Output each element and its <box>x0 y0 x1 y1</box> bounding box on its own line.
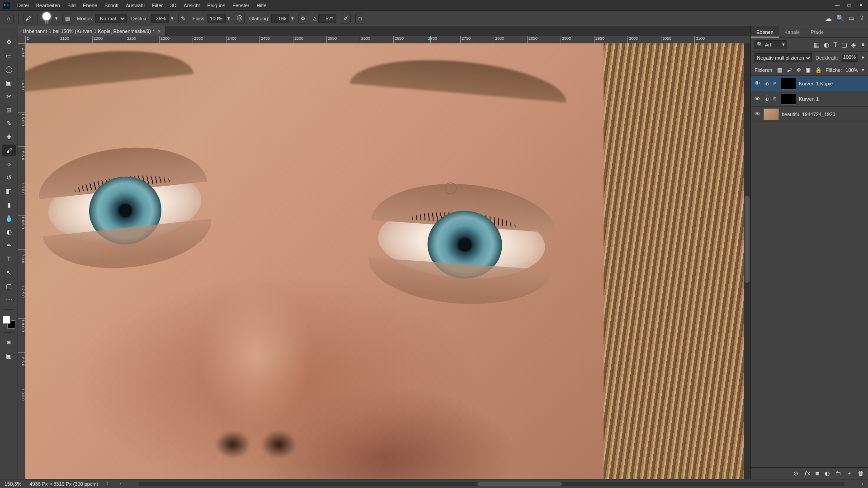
brush-tool-icon[interactable]: 🖌 <box>2 145 16 156</box>
filter-adjust-icon[interactable]: ◐ <box>824 41 829 48</box>
scroll-left-icon[interactable]: ‹ <box>119 481 121 487</box>
type-tool-icon[interactable]: T <box>2 253 16 265</box>
home-icon[interactable]: ⌂ <box>4 14 14 23</box>
add-mask-icon[interactable]: ◙ <box>816 470 819 477</box>
filter-shape-icon[interactable]: ▢ <box>841 41 847 48</box>
ruler-origin[interactable] <box>18 36 25 43</box>
lock-transparency-icon[interactable]: ▦ <box>777 67 782 73</box>
layer-opacity-field[interactable]: 100% <box>842 54 858 62</box>
close-icon[interactable]: × <box>158 26 161 36</box>
move-tool-icon[interactable]: ✥ <box>2 36 16 48</box>
filter-smart-icon[interactable]: ◈ <box>851 41 856 48</box>
scroll-right-icon[interactable]: › <box>862 481 863 487</box>
angle-field[interactable]: 52° <box>318 14 336 23</box>
window-maximize-icon[interactable]: ▭ <box>846 2 852 8</box>
vertical-scrollbar[interactable] <box>744 43 750 479</box>
path-select-tool-icon[interactable]: ↖ <box>2 267 16 278</box>
layer-row[interactable]: 👁 beautiful-1944724_1920 <box>751 107 868 122</box>
window-close-icon[interactable]: ✕ <box>858 2 863 8</box>
layer-row[interactable]: 👁◐ ⎘ Kurven 1 <box>751 91 868 107</box>
flow-field[interactable]: 100% <box>208 14 226 23</box>
layer-fx-icon[interactable]: ƒx <box>804 470 810 477</box>
menu-bild[interactable]: Bild <box>64 0 79 11</box>
lasso-tool-icon[interactable]: ◯ <box>2 63 16 75</box>
tab-kanaele[interactable]: Kanäle <box>779 26 805 38</box>
smoothing-field[interactable]: 0% <box>271 14 289 23</box>
airbrush-icon[interactable]: ⓐ <box>235 14 245 23</box>
chevron-down-icon[interactable]: ▾ <box>227 15 230 21</box>
menu-auswahl[interactable]: Auswahl <box>122 0 148 11</box>
pen-tool-icon[interactable]: ✒ <box>2 239 16 251</box>
layer-name[interactable]: beautiful-1944724_1920 <box>782 112 865 117</box>
delete-layer-icon[interactable]: 🗑 <box>858 470 863 477</box>
symmetry-icon[interactable]: ⎅ <box>355 14 365 23</box>
more-tools-icon[interactable]: ⋯ <box>2 294 16 305</box>
eyedropper-tool-icon[interactable]: ✎ <box>2 117 16 129</box>
layer-thumbnail[interactable] <box>781 78 796 89</box>
chevron-down-icon[interactable]: ▾ <box>862 55 864 61</box>
brush-panel-icon[interactable]: ▨ <box>62 14 72 23</box>
menu-filter[interactable]: Filter <box>148 0 166 11</box>
fill-field[interactable]: 100% <box>845 67 858 73</box>
lock-artboard-icon[interactable]: ▣ <box>806 67 811 73</box>
gear-icon[interactable]: ⚙ <box>298 14 308 23</box>
eraser-tool-icon[interactable]: ◧ <box>2 185 16 197</box>
pressure-opacity-icon[interactable]: ✎ <box>178 14 188 23</box>
chevron-down-icon[interactable]: ▾ <box>291 15 294 21</box>
layer-thumbnail[interactable] <box>781 93 796 105</box>
info-dropdown-icon[interactable]: 〉 <box>106 480 111 487</box>
screenmode-icon[interactable]: ▣ <box>2 350 16 361</box>
filter-type-icon[interactable]: T <box>833 41 837 48</box>
angle-icon[interactable]: △ <box>313 15 316 21</box>
frame-tool-icon[interactable]: ⊞ <box>2 104 16 116</box>
new-group-icon[interactable]: 🗀 <box>835 470 841 477</box>
blend-mode-select[interactable]: Normal <box>95 14 127 23</box>
new-layer-icon[interactable]: ＋ <box>846 469 852 478</box>
vertical-ruler[interactable]: 1 4 0 01 4 5 01 5 0 01 5 5 01 6 0 01 6 5… <box>18 43 25 479</box>
visibility-icon[interactable]: 👁 <box>754 111 761 117</box>
menu-plugins[interactable]: Plug-ins <box>203 0 229 11</box>
dodge-tool-icon[interactable]: ◐ <box>2 226 16 238</box>
menu-hilfe[interactable]: Hilfe <box>253 0 270 11</box>
menu-fenster[interactable]: Fenster <box>229 0 253 11</box>
chevron-down-icon[interactable]: ▾ <box>55 15 58 21</box>
layer-blend-mode-select[interactable]: Negativ multiplizieren <box>755 53 812 62</box>
link-layers-icon[interactable]: ⊘ <box>793 470 798 477</box>
lock-position-icon[interactable]: ✥ <box>797 67 801 73</box>
menu-bearbeiten[interactable]: Bearbeiten <box>33 0 64 11</box>
layer-filter-select[interactable]: 🔍 Art ▾ <box>755 40 787 49</box>
horizontal-scrollbar[interactable] <box>138 482 844 486</box>
foreground-color-swatch[interactable] <box>3 316 11 324</box>
search-icon[interactable]: 🔍 <box>836 14 844 23</box>
visibility-icon[interactable]: 👁 <box>754 80 761 87</box>
window-minimize-icon[interactable]: — <box>835 2 840 8</box>
document-tab[interactable]: Unbenannt-1 bei 150% (Kurven 1 Kopie, Eb… <box>18 26 166 36</box>
cloud-docs-icon[interactable]: ☁ <box>825 14 832 23</box>
layer-name[interactable]: Kurven 1 <box>799 96 865 102</box>
quickmask-icon[interactable]: ◙ <box>2 336 16 348</box>
lock-all-icon[interactable]: 🔒 <box>815 67 822 73</box>
tool-preset-icon[interactable]: 🖌 <box>23 14 33 23</box>
menu-ebene[interactable]: Ebene <box>79 0 101 11</box>
crop-tool-icon[interactable]: ✂ <box>2 90 16 102</box>
marquee-tool-icon[interactable]: ▭ <box>2 50 16 61</box>
opacity-field[interactable]: 35% <box>151 14 169 23</box>
object-select-tool-icon[interactable]: ▣ <box>2 77 16 89</box>
menu-datei[interactable]: Datei <box>14 0 33 11</box>
filter-toggle[interactable] <box>862 43 864 46</box>
horizontal-ruler[interactable]: D215022002250230023502400245025002550260… <box>25 36 750 43</box>
healing-brush-tool-icon[interactable]: ✚ <box>2 131 16 143</box>
chevron-down-icon[interactable]: ▾ <box>862 67 864 73</box>
filter-pixel-icon[interactable]: ▦ <box>814 41 820 48</box>
lock-pixels-icon[interactable]: 🖌 <box>787 67 792 73</box>
menu-ansicht[interactable]: Ansicht <box>180 0 203 11</box>
gradient-tool-icon[interactable]: ▮ <box>2 199 16 211</box>
adjustment-icon[interactable]: ◐ <box>764 95 771 103</box>
menu-schrift[interactable]: Schrift <box>101 0 122 11</box>
history-brush-tool-icon[interactable]: ↺ <box>2 172 16 183</box>
adjustment-icon[interactable]: ◐ <box>764 80 771 87</box>
tab-ebenen[interactable]: Ebenen <box>751 26 779 38</box>
shape-tool-icon[interactable]: ▢ <box>2 280 16 292</box>
clone-stamp-tool-icon[interactable]: ⟐ <box>2 158 16 170</box>
pressure-size-icon[interactable]: ✐ <box>341 14 351 23</box>
